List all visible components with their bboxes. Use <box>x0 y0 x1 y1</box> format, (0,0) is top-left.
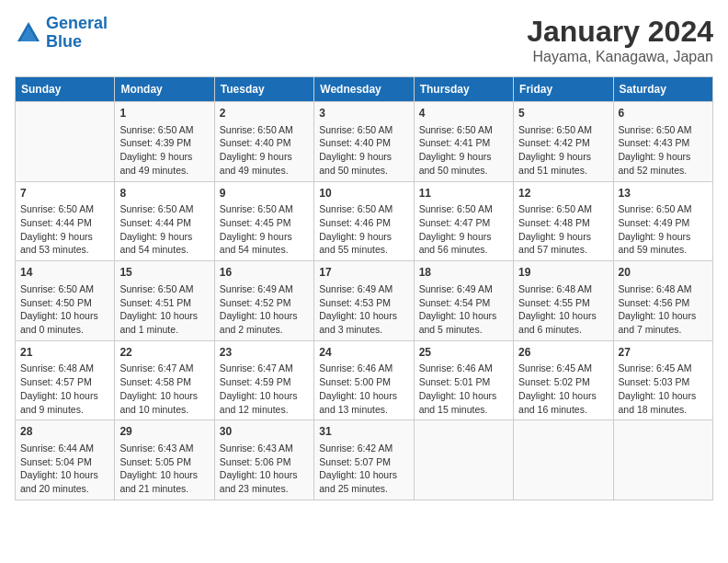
day-info: Sunrise: 6:49 AM Sunset: 4:54 PM Dayligh… <box>419 282 508 337</box>
day-number: 24 <box>319 345 408 361</box>
logo: General Blue <box>15 15 108 52</box>
day-info: Sunrise: 6:50 AM Sunset: 4:45 PM Dayligh… <box>220 202 309 257</box>
day-number: 9 <box>220 186 309 201</box>
day-info: Sunrise: 6:44 AM Sunset: 5:04 PM Dayligh… <box>20 442 109 496</box>
day-info: Sunrise: 6:50 AM Sunset: 4:40 PM Dayligh… <box>220 123 309 178</box>
weekday-header-friday: Friday <box>514 77 613 102</box>
calendar-cell: 25Sunrise: 6:46 AM Sunset: 5:01 PM Dayli… <box>414 340 513 420</box>
calendar-cell: 13Sunrise: 6:50 AM Sunset: 4:49 PM Dayli… <box>613 181 712 261</box>
calendar-week-row: 1Sunrise: 6:50 AM Sunset: 4:39 PM Daylig… <box>16 102 713 182</box>
calendar-cell: 20Sunrise: 6:48 AM Sunset: 4:56 PM Dayli… <box>613 261 712 341</box>
day-number: 14 <box>20 265 109 281</box>
calendar-cell: 10Sunrise: 6:50 AM Sunset: 4:46 PM Dayli… <box>314 181 414 261</box>
day-number: 18 <box>419 265 508 281</box>
day-number: 23 <box>220 345 309 361</box>
calendar-cell: 15Sunrise: 6:50 AM Sunset: 4:51 PM Dayli… <box>115 261 214 341</box>
day-number: 11 <box>419 186 508 201</box>
calendar-week-row: 7Sunrise: 6:50 AM Sunset: 4:44 PM Daylig… <box>16 181 713 261</box>
day-number: 3 <box>319 106 408 121</box>
day-number: 19 <box>518 265 608 281</box>
day-info: Sunrise: 6:43 AM Sunset: 5:06 PM Dayligh… <box>220 442 309 496</box>
day-info: Sunrise: 6:45 AM Sunset: 5:03 PM Dayligh… <box>619 362 708 416</box>
calendar-week-row: 21Sunrise: 6:48 AM Sunset: 4:57 PM Dayli… <box>16 340 713 420</box>
day-info: Sunrise: 6:50 AM Sunset: 4:48 PM Dayligh… <box>518 202 608 257</box>
day-number: 4 <box>419 106 508 121</box>
day-number: 12 <box>518 186 608 201</box>
calendar-cell: 26Sunrise: 6:45 AM Sunset: 5:02 PM Dayli… <box>514 340 613 420</box>
day-info: Sunrise: 6:47 AM Sunset: 4:58 PM Dayligh… <box>119 362 209 416</box>
calendar-week-row: 28Sunrise: 6:44 AM Sunset: 5:04 PM Dayli… <box>16 420 713 500</box>
day-number: 16 <box>220 265 309 281</box>
weekday-header-thursday: Thursday <box>414 77 513 102</box>
day-info: Sunrise: 6:46 AM Sunset: 5:00 PM Dayligh… <box>319 362 408 416</box>
day-number: 1 <box>119 106 209 121</box>
day-info: Sunrise: 6:46 AM Sunset: 5:01 PM Dayligh… <box>419 362 508 416</box>
calendar-cell: 2Sunrise: 6:50 AM Sunset: 4:40 PM Daylig… <box>214 102 313 182</box>
day-info: Sunrise: 6:50 AM Sunset: 4:39 PM Dayligh… <box>119 123 209 178</box>
day-info: Sunrise: 6:48 AM Sunset: 4:56 PM Dayligh… <box>619 282 708 337</box>
day-number: 29 <box>119 424 209 440</box>
title-block: January 2024 Hayama, Kanagawa, Japan <box>527 15 713 65</box>
day-number: 22 <box>119 345 209 361</box>
day-info: Sunrise: 6:42 AM Sunset: 5:07 PM Dayligh… <box>319 442 408 496</box>
calendar-cell: 18Sunrise: 6:49 AM Sunset: 4:54 PM Dayli… <box>414 261 513 341</box>
day-number: 6 <box>619 106 708 121</box>
day-info: Sunrise: 6:47 AM Sunset: 4:59 PM Dayligh… <box>220 362 309 416</box>
calendar-cell: 1Sunrise: 6:50 AM Sunset: 4:39 PM Daylig… <box>115 102 214 182</box>
calendar-cell: 27Sunrise: 6:45 AM Sunset: 5:03 PM Dayli… <box>613 340 712 420</box>
day-info: Sunrise: 6:50 AM Sunset: 4:43 PM Dayligh… <box>619 123 708 178</box>
day-number: 5 <box>518 106 608 121</box>
day-info: Sunrise: 6:50 AM Sunset: 4:42 PM Dayligh… <box>518 123 608 178</box>
calendar-cell: 7Sunrise: 6:50 AM Sunset: 4:44 PM Daylig… <box>16 181 115 261</box>
day-info: Sunrise: 6:43 AM Sunset: 5:05 PM Dayligh… <box>119 442 209 496</box>
day-number: 17 <box>319 265 408 281</box>
calendar-cell: 8Sunrise: 6:50 AM Sunset: 4:44 PM Daylig… <box>115 181 214 261</box>
weekday-header-saturday: Saturday <box>613 77 712 102</box>
calendar-cell: 30Sunrise: 6:43 AM Sunset: 5:06 PM Dayli… <box>214 420 313 500</box>
day-number: 26 <box>518 345 608 361</box>
calendar-cell: 21Sunrise: 6:48 AM Sunset: 4:57 PM Dayli… <box>16 340 115 420</box>
day-number: 13 <box>619 186 708 201</box>
day-number: 7 <box>20 186 109 201</box>
weekday-header-sunday: Sunday <box>16 77 115 102</box>
day-number: 31 <box>319 424 408 440</box>
calendar-cell: 3Sunrise: 6:50 AM Sunset: 4:40 PM Daylig… <box>314 102 414 182</box>
calendar-cell <box>613 420 712 500</box>
day-number: 10 <box>319 186 408 201</box>
calendar-cell <box>514 420 613 500</box>
day-number: 20 <box>619 265 708 281</box>
day-number: 28 <box>20 424 109 440</box>
calendar-cell: 5Sunrise: 6:50 AM Sunset: 4:42 PM Daylig… <box>514 102 613 182</box>
page-header: General Blue January 2024 Hayama, Kanaga… <box>15 15 713 65</box>
calendar-cell: 12Sunrise: 6:50 AM Sunset: 4:48 PM Dayli… <box>514 181 613 261</box>
day-info: Sunrise: 6:50 AM Sunset: 4:49 PM Dayligh… <box>619 202 708 257</box>
calendar-cell: 6Sunrise: 6:50 AM Sunset: 4:43 PM Daylig… <box>613 102 712 182</box>
day-info: Sunrise: 6:45 AM Sunset: 5:02 PM Dayligh… <box>518 362 608 416</box>
day-info: Sunrise: 6:50 AM Sunset: 4:44 PM Dayligh… <box>119 202 209 257</box>
calendar-cell: 23Sunrise: 6:47 AM Sunset: 4:59 PM Dayli… <box>214 340 313 420</box>
day-info: Sunrise: 6:50 AM Sunset: 4:51 PM Dayligh… <box>119 282 209 337</box>
day-number: 27 <box>619 345 708 361</box>
logo-icon <box>15 19 42 47</box>
calendar-cell: 9Sunrise: 6:50 AM Sunset: 4:45 PM Daylig… <box>214 181 313 261</box>
day-info: Sunrise: 6:50 AM Sunset: 4:46 PM Dayligh… <box>319 202 408 257</box>
calendar-subtitle: Hayama, Kanagawa, Japan <box>527 49 713 65</box>
calendar-cell <box>16 102 115 182</box>
day-info: Sunrise: 6:48 AM Sunset: 4:55 PM Dayligh… <box>518 282 608 337</box>
calendar-cell: 17Sunrise: 6:49 AM Sunset: 4:53 PM Dayli… <box>314 261 414 341</box>
day-info: Sunrise: 6:48 AM Sunset: 4:57 PM Dayligh… <box>20 362 109 416</box>
day-info: Sunrise: 6:50 AM Sunset: 4:40 PM Dayligh… <box>319 123 408 178</box>
calendar-cell: 28Sunrise: 6:44 AM Sunset: 5:04 PM Dayli… <box>16 420 115 500</box>
day-info: Sunrise: 6:50 AM Sunset: 4:44 PM Dayligh… <box>20 202 109 257</box>
calendar-title: January 2024 <box>527 15 713 49</box>
calendar-cell: 29Sunrise: 6:43 AM Sunset: 5:05 PM Dayli… <box>115 420 214 500</box>
calendar-cell: 16Sunrise: 6:49 AM Sunset: 4:52 PM Dayli… <box>214 261 313 341</box>
calendar-cell: 31Sunrise: 6:42 AM Sunset: 5:07 PM Dayli… <box>314 420 414 500</box>
day-number: 30 <box>220 424 309 440</box>
weekday-header-wednesday: Wednesday <box>314 77 414 102</box>
weekday-header-row: SundayMondayTuesdayWednesdayThursdayFrid… <box>16 77 713 102</box>
day-number: 2 <box>220 106 309 121</box>
logo-text: General Blue <box>46 15 108 52</box>
day-info: Sunrise: 6:50 AM Sunset: 4:50 PM Dayligh… <box>20 282 109 337</box>
day-number: 15 <box>119 265 209 281</box>
